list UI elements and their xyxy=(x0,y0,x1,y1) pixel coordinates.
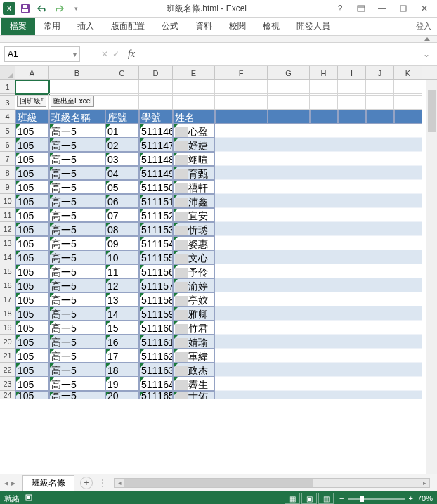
row-header[interactable]: 14 xyxy=(0,250,15,264)
cell[interactable] xyxy=(215,292,268,306)
table-cell[interactable]: 511157 xyxy=(139,278,173,292)
table-cell[interactable]: 511150 xyxy=(139,180,173,194)
table-cell[interactable]: 105 xyxy=(15,335,49,349)
table-cell[interactable]: 511162 xyxy=(139,349,173,363)
table-header-empty[interactable] xyxy=(338,110,366,124)
undo-button[interactable] xyxy=(35,1,49,15)
cell[interactable] xyxy=(268,194,310,208)
cell[interactable] xyxy=(105,80,139,94)
cancel-icon[interactable]: ✕ xyxy=(101,49,108,59)
table-cell[interactable]: 18 xyxy=(105,363,139,377)
col-header-G[interactable]: G xyxy=(268,66,310,79)
cell[interactable] xyxy=(394,250,422,264)
cell[interactable] xyxy=(215,321,268,335)
cell[interactable] xyxy=(366,306,394,321)
cell[interactable] xyxy=(310,264,338,278)
table-cell[interactable]: 05 xyxy=(105,180,139,194)
cell[interactable] xyxy=(338,236,366,250)
cell[interactable] xyxy=(310,236,338,250)
col-header-D[interactable]: D xyxy=(139,66,173,79)
cell[interactable] xyxy=(310,138,338,152)
row-header[interactable]: 12 xyxy=(0,222,15,236)
table-cell[interactable]: 高一5 xyxy=(49,180,105,194)
cell[interactable] xyxy=(215,138,268,152)
table-cell[interactable]: 忻琇 xyxy=(173,222,215,236)
cell[interactable] xyxy=(366,138,394,152)
cell[interactable] xyxy=(215,166,268,180)
cell[interactable] xyxy=(394,208,422,222)
tab-data[interactable]: 資料 xyxy=(187,18,221,35)
tab-developer[interactable]: 開發人員 xyxy=(288,18,339,35)
table-cell[interactable]: 姿惠 xyxy=(173,236,215,250)
zoom-slider[interactable] xyxy=(348,498,405,500)
table-cell[interactable]: 高一5 xyxy=(49,138,105,152)
table-cell[interactable]: 105 xyxy=(15,278,49,292)
table-cell[interactable]: 105 xyxy=(15,250,49,264)
cell[interactable] xyxy=(268,124,310,138)
table-cell[interactable]: 竹君 xyxy=(173,321,215,335)
table-cell[interactable]: 511149 xyxy=(139,166,173,180)
cell[interactable] xyxy=(310,124,338,138)
cell[interactable] xyxy=(215,335,268,349)
table-cell[interactable]: 511148 xyxy=(139,152,173,166)
cell[interactable] xyxy=(215,250,268,264)
cell[interactable] xyxy=(268,306,310,321)
table-cell[interactable]: 高一5 xyxy=(49,363,105,377)
save-button[interactable] xyxy=(18,1,32,15)
table-cell[interactable]: 妤婕 xyxy=(173,138,215,152)
table-cell[interactable]: 105 xyxy=(15,222,49,236)
cell[interactable] xyxy=(268,321,310,335)
table-cell[interactable]: 高一5 xyxy=(49,321,105,335)
horizontal-scrollbar[interactable]: ◂ ▸ xyxy=(114,478,430,488)
table-cell[interactable]: 高一5 xyxy=(49,236,105,250)
cell[interactable] xyxy=(215,180,268,194)
table-cell[interactable]: 511155 xyxy=(139,250,173,264)
name-box[interactable]: A1 ▾ xyxy=(4,46,80,62)
cell[interactable] xyxy=(338,377,366,391)
table-cell[interactable]: 511147 xyxy=(139,138,173,152)
cell[interactable] xyxy=(215,208,268,222)
zoom-level[interactable]: 70% xyxy=(417,494,433,503)
cell[interactable] xyxy=(338,222,366,236)
cell[interactable] xyxy=(268,391,310,399)
cell[interactable] xyxy=(394,96,422,110)
tab-home[interactable]: 常用 xyxy=(35,18,69,35)
fx-icon[interactable]: fx xyxy=(128,49,135,60)
table-header-empty[interactable] xyxy=(394,110,422,124)
row-header[interactable]: 4 xyxy=(0,110,15,124)
table-cell[interactable]: 12 xyxy=(105,278,139,292)
tab-nav[interactable]: ◂▸ xyxy=(0,478,20,488)
cell[interactable] xyxy=(215,363,268,377)
table-cell[interactable]: 105 xyxy=(15,194,49,208)
cell[interactable] xyxy=(394,278,422,292)
cell[interactable] xyxy=(366,194,394,208)
table-cell[interactable]: 沛鑫 xyxy=(173,194,215,208)
cell[interactable] xyxy=(268,152,310,166)
cell[interactable] xyxy=(215,306,268,321)
table-cell[interactable]: 11 xyxy=(105,264,139,278)
table-cell[interactable]: 19 xyxy=(105,377,139,391)
cell[interactable] xyxy=(394,124,422,138)
cell[interactable] xyxy=(310,363,338,377)
export-excel-button[interactable]: 匯出至Excel xyxy=(51,96,94,107)
table-cell[interactable]: 士佑 xyxy=(173,391,215,399)
cell[interactable] xyxy=(215,96,268,110)
cell[interactable] xyxy=(15,80,49,94)
table-cell[interactable]: 511151 xyxy=(139,194,173,208)
cell[interactable] xyxy=(173,80,215,94)
cell[interactable] xyxy=(268,250,310,264)
table-cell[interactable]: 予伶 xyxy=(173,264,215,278)
table-cell[interactable]: 禧軒 xyxy=(173,180,215,194)
cell[interactable] xyxy=(268,236,310,250)
table-cell[interactable]: 105 xyxy=(15,264,49,278)
table-header-empty[interactable] xyxy=(366,110,394,124)
cell[interactable] xyxy=(215,349,268,363)
col-header-A[interactable]: A xyxy=(15,66,49,79)
table-cell[interactable]: 高一5 xyxy=(49,208,105,222)
cell[interactable] xyxy=(394,349,422,363)
tab-layout[interactable]: 版面配置 xyxy=(103,18,153,35)
cell[interactable] xyxy=(394,166,422,180)
cell[interactable] xyxy=(139,80,173,94)
cell[interactable] xyxy=(338,306,366,321)
cell[interactable] xyxy=(394,377,422,391)
